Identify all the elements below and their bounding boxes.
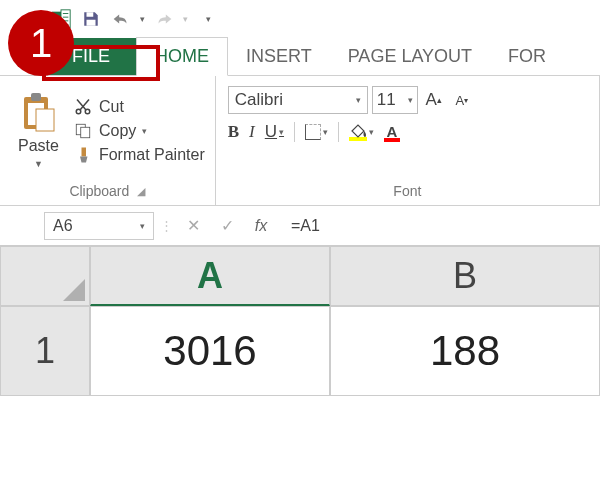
increase-font-icon[interactable]: A▴ [422,88,446,112]
bold-button[interactable]: B [228,122,239,142]
ribbon-tabs: FILE HOME INSERT PAGE LAYOUT FOR [0,38,600,76]
font-name-value: Calibri [235,90,283,110]
chevron-down-icon: ▾ [323,127,328,137]
font-group-label: Font [393,183,421,199]
svg-rect-8 [87,20,96,26]
chevron-down-icon: ▾ [408,95,413,105]
decrease-font-icon[interactable]: A▾ [450,88,474,112]
italic-button[interactable]: I [249,122,255,142]
formula-bar: A6 ▾ ⋮ ✕ ✓ fx =A1 [0,206,600,246]
redo-icon[interactable] [153,8,175,30]
tab-insert[interactable]: INSERT [228,38,330,75]
cell-b1[interactable]: 188 [330,306,600,396]
svg-rect-19 [81,147,86,156]
separator: ⋮ [160,218,173,233]
paste-dropdown-icon[interactable]: ▼ [34,159,43,169]
chevron-down-icon: ▾ [356,95,361,105]
font-name-select[interactable]: Calibri ▾ [228,86,368,114]
copy-icon [73,122,93,140]
undo-dropdown-icon[interactable]: ▾ [140,14,145,24]
chevron-down-icon: ▾ [140,221,145,231]
tab-page-layout[interactable]: PAGE LAYOUT [330,38,490,75]
undo-icon[interactable] [110,8,132,30]
cancel-formula-icon[interactable]: ✕ [179,212,207,240]
cut-button[interactable]: Cut [73,98,205,116]
tab-formulas[interactable]: FOR [490,38,564,75]
svg-rect-10 [31,93,41,101]
paintbrush-icon [73,146,93,164]
group-font: Calibri ▾ 11 ▾ A▴ A▾ B I U ▾ [216,76,600,205]
fill-color-button[interactable]: ▾ [349,123,374,141]
group-clipboard: Paste ▼ Cut Copy ▾ [0,76,216,205]
column-header-b[interactable]: B [330,246,600,306]
format-painter-button[interactable]: Format Painter [73,146,205,164]
cut-label: Cut [99,98,124,116]
annotation-badge: 1 [8,10,74,76]
font-color-icon: A [384,123,400,142]
format-painter-label: Format Painter [99,146,205,164]
scissors-icon [73,98,93,116]
copy-label: Copy [99,122,136,140]
fx-icon[interactable]: fx [247,212,275,240]
save-icon[interactable] [80,8,102,30]
spreadsheet-grid: A B 1 3016 188 [0,246,600,396]
name-box-value: A6 [53,217,73,235]
enter-formula-icon[interactable]: ✓ [213,212,241,240]
formula-input[interactable]: =A1 [281,217,570,235]
svg-rect-18 [81,127,90,138]
font-color-button[interactable]: A [384,123,400,142]
select-all-corner[interactable] [0,246,90,306]
svg-rect-12 [36,109,54,131]
clipboard-launcher-icon[interactable]: ◢ [137,185,145,198]
clipboard-icon [20,93,56,133]
customize-qat-icon[interactable]: ▾ [206,14,211,24]
column-header-a[interactable]: A [90,246,330,306]
font-size-value: 11 [377,90,396,110]
chevron-down-icon: ▾ [279,127,284,137]
bucket-icon [349,123,367,141]
paste-button[interactable]: Paste ▼ [10,82,67,179]
quick-access-toolbar: X ▾ ▾ ▾ [0,0,600,38]
separator [338,122,339,142]
border-button[interactable]: ▾ [305,124,328,140]
paste-label: Paste [18,137,59,155]
ribbon: Paste ▼ Cut Copy ▾ [0,76,600,206]
font-size-select[interactable]: 11 ▾ [372,86,418,114]
clipboard-group-label: Clipboard [69,183,129,199]
chevron-down-icon: ▾ [369,127,374,137]
name-box[interactable]: A6 ▾ [44,212,154,240]
svg-rect-7 [87,12,94,17]
copy-button[interactable]: Copy ▾ [73,122,205,140]
underline-button[interactable]: U ▾ [265,122,284,142]
separator [294,122,295,142]
cell-a1[interactable]: 3016 [90,306,330,396]
copy-dropdown-icon[interactable]: ▾ [142,126,147,136]
row-header-1[interactable]: 1 [0,306,90,396]
redo-dropdown-icon[interactable]: ▾ [183,14,188,24]
border-icon [305,124,321,140]
select-all-icon [63,279,85,301]
tab-home[interactable]: HOME [136,37,228,76]
